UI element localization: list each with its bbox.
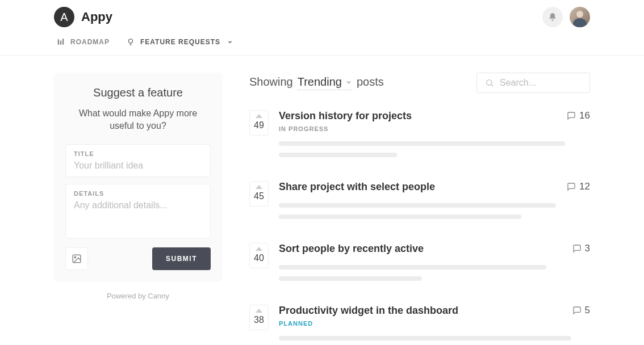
suggest-card: Suggest a feature What would make Appy m… (54, 73, 222, 281)
roadmap-icon (57, 38, 65, 46)
post-title[interactable]: Sort people by recently active (279, 243, 424, 255)
comment-icon (567, 182, 576, 191)
comment-icon (567, 111, 576, 120)
vote-count: 45 (250, 191, 268, 201)
post-excerpt-line (279, 265, 546, 270)
post-title[interactable]: Version history for projects (279, 110, 412, 122)
vote-button[interactable]: 45 (249, 181, 269, 207)
vote-count: 40 (250, 253, 268, 263)
svg-rect-0 (58, 39, 59, 44)
post-excerpt-line (279, 276, 422, 281)
vote-count: 38 (250, 315, 268, 325)
comment-count: 5 (585, 305, 590, 316)
svg-rect-2 (62, 39, 64, 45)
attach-image-button[interactable] (65, 247, 88, 270)
post-excerpt-line (279, 214, 521, 219)
sort-dropdown[interactable]: Trending (298, 75, 352, 90)
comment-icon (572, 244, 582, 253)
title-input[interactable] (74, 161, 202, 171)
upvote-icon (256, 185, 262, 189)
search-box[interactable] (476, 73, 590, 93)
brand-logo: A (54, 7, 74, 27)
vote-count: 49 (250, 120, 268, 131)
comments-link[interactable]: 16 (567, 110, 590, 121)
bell-icon (548, 12, 557, 22)
comment-count: 3 (585, 243, 590, 254)
upvote-icon (256, 309, 262, 313)
post-excerpt-line (279, 141, 565, 146)
details-field-label: DETAILS (74, 190, 202, 197)
post-status: IN PROGRESS (279, 125, 412, 132)
chevron-down-icon (345, 79, 352, 86)
search-input[interactable] (500, 78, 582, 88)
details-field[interactable]: DETAILS (65, 184, 211, 238)
post-title[interactable]: Share project with select people (279, 181, 435, 193)
post-excerpt-line (279, 203, 556, 208)
svg-rect-1 (60, 40, 61, 44)
comments-link[interactable]: 5 (572, 305, 590, 316)
lightbulb-icon (127, 38, 135, 46)
nav-feature-requests-label: FEATURE REQUESTS (140, 38, 220, 46)
upvote-icon (256, 247, 262, 251)
post-item[interactable]: 45Share project with select people12 (249, 181, 590, 226)
image-icon (72, 254, 82, 264)
search-icon (485, 78, 494, 87)
brand-name: Appy (81, 10, 112, 24)
powered-by[interactable]: Powered by Canny (54, 292, 222, 300)
comment-icon (572, 306, 582, 315)
vote-button[interactable]: 49 (249, 110, 269, 136)
post-title[interactable]: Productivity widget in the dashboard (279, 305, 458, 317)
post-status: PLANNED (279, 320, 458, 327)
nav-feature-requests[interactable]: FEATURE REQUESTS (127, 38, 233, 46)
post-item[interactable]: 40Sort people by recently active3 (249, 243, 590, 288)
vote-button[interactable]: 38 (249, 305, 269, 330)
title-field[interactable]: TITLE (65, 144, 211, 177)
comments-link[interactable]: 3 (572, 243, 590, 254)
comment-count: 12 (579, 181, 590, 192)
brand[interactable]: A Appy (54, 7, 112, 27)
svg-point-6 (487, 80, 492, 85)
nav-roadmap-label: ROADMAP (70, 38, 110, 46)
details-input[interactable] (74, 200, 202, 230)
post-item[interactable]: 38Productivity widget in the dashboardPL… (249, 305, 590, 345)
title-field-label: TITLE (74, 150, 202, 157)
comments-link[interactable]: 12 (567, 181, 590, 192)
comment-count: 16 (579, 110, 590, 121)
post-excerpt-line (279, 153, 397, 157)
svg-point-5 (74, 256, 76, 258)
chevron-down-icon (227, 39, 233, 45)
notifications-button[interactable] (542, 7, 563, 27)
suggest-title: Suggest a feature (65, 86, 211, 99)
post-item[interactable]: 49Version history for projectsIN PROGRES… (249, 110, 590, 164)
vote-button[interactable]: 40 (249, 243, 269, 268)
post-excerpt-line (279, 336, 571, 340)
upvote-icon (256, 114, 262, 118)
showing-label: Showing Trending posts (249, 75, 384, 90)
svg-point-3 (129, 39, 133, 43)
submit-button[interactable]: SUBMIT (152, 247, 211, 270)
avatar[interactable] (570, 7, 590, 27)
nav-roadmap[interactable]: ROADMAP (57, 38, 110, 46)
suggest-subtitle: What would make Appy more useful to you? (65, 107, 211, 133)
